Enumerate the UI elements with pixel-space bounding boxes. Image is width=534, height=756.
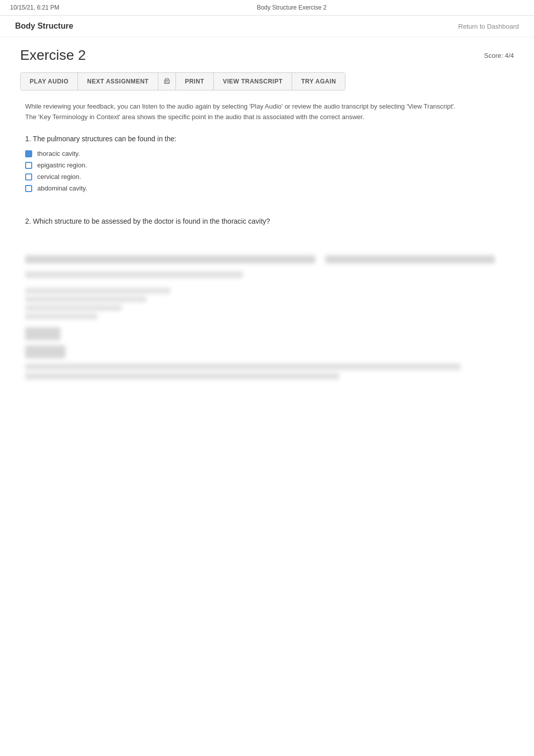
score-badge: Score: 4/4 xyxy=(484,52,514,59)
instruction-text: While reviewing your feedback, you can l… xyxy=(20,102,514,123)
blurred-btn2 xyxy=(25,345,65,358)
answer-option-1[interactable]: thoracic cavity. xyxy=(25,150,509,157)
radio-3 xyxy=(25,173,32,180)
print-icon[interactable] xyxy=(158,73,176,90)
option-3-label: cervical region. xyxy=(37,173,81,180)
exercise-title-row: Exercise 2 Score: 4/4 xyxy=(20,47,514,63)
radio-4 xyxy=(25,185,32,192)
blurred-feedback-1 xyxy=(25,363,461,370)
radio-2 xyxy=(25,162,32,169)
svg-point-3 xyxy=(165,81,166,82)
question-1-number: 1. xyxy=(25,135,31,143)
blurred-feedback-2 xyxy=(25,373,339,380)
brand-name: Body Structure xyxy=(15,22,73,31)
blurred-btn1 xyxy=(25,327,60,340)
option-2-label: epigastric region. xyxy=(37,161,87,169)
print-button[interactable]: PRINT xyxy=(176,73,214,90)
option-4-label: abdominal cavity. xyxy=(37,184,87,192)
svg-rect-2 xyxy=(165,82,168,83)
instruction-line1: While reviewing your feedback, you can l… xyxy=(25,103,456,110)
question-2-text: 2. Which structure to be assessed by the… xyxy=(25,217,509,225)
main-content: Exercise 2 Score: 4/4 PLAY AUDIO NEXT AS… xyxy=(0,37,534,390)
toolbar: PLAY AUDIO NEXT ASSIGNMENT PRINT VIEW TR… xyxy=(20,72,345,90)
question-2-block: 2. Which structure to be assessed by the… xyxy=(20,217,514,225)
blurred-img-2 xyxy=(325,255,495,263)
blurred-radio-opt3 xyxy=(25,305,122,311)
exercise-title: Exercise 2 xyxy=(20,47,86,63)
blurred-image-row xyxy=(25,255,509,263)
question-2-number: 2. xyxy=(25,217,31,225)
question-1-body: The pulmonary structures can be found in… xyxy=(33,135,176,143)
answer-option-2[interactable]: epigastric region. xyxy=(25,161,509,169)
play-audio-button[interactable]: PLAY AUDIO xyxy=(21,73,78,90)
answer-option-3[interactable]: cervical region. xyxy=(25,173,509,180)
blurred-radio-opt4 xyxy=(25,314,98,319)
next-assignment-button[interactable]: NEXT ASSIGNMENT xyxy=(78,73,158,90)
instruction-line2: The 'Key Terminology in Context' area sh… xyxy=(25,113,365,121)
try-again-button[interactable]: TRY AGAIN xyxy=(292,73,345,90)
question-2-body: Which structure to be assessed by the do… xyxy=(33,217,271,225)
header-nav: Body Structure Return to Dashboard xyxy=(0,16,534,37)
page-title-top: Body Structure Exercise 2 xyxy=(257,4,327,11)
blurred-subtext-1 xyxy=(25,271,243,278)
answer-option-4[interactable]: abdominal cavity. xyxy=(25,184,509,192)
option-1-label: thoracic cavity. xyxy=(37,150,80,157)
question-1-text: 1. The pulmonary structures can be found… xyxy=(25,135,509,143)
top-bar: 10/15/21, 6:21 PM Body Structure Exercis… xyxy=(0,0,534,16)
view-transcript-button[interactable]: VIEW TRANSCRIPT xyxy=(214,73,292,90)
blurred-radio-opt2 xyxy=(25,297,146,302)
radio-1 xyxy=(25,150,32,157)
blurred-content-area xyxy=(20,255,514,380)
datetime: 10/15/21, 6:21 PM xyxy=(10,4,59,11)
blurred-radio-opt1 xyxy=(25,288,170,294)
question-1-block: 1. The pulmonary structures can be found… xyxy=(20,135,514,192)
return-dashboard-link[interactable]: Return to Dashboard xyxy=(458,23,519,30)
blurred-img-1 xyxy=(25,255,315,263)
